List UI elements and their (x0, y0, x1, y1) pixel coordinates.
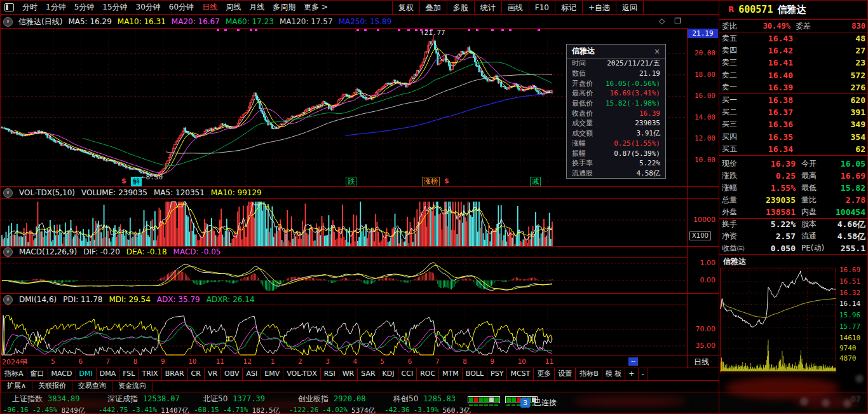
index-name: 北证50 (203, 394, 227, 404)
indicator-tab[interactable]: - (639, 368, 648, 380)
indicator-tab[interactable]: BRAR (162, 368, 188, 380)
toolbar-button[interactable]: 画线 (501, 1, 529, 14)
indicator-tab[interactable]: 窗口 (27, 368, 48, 380)
period-tab[interactable]: 60分钟 (169, 2, 194, 13)
index-change: -42.36 (384, 406, 410, 414)
bottom-tab[interactable]: 交易查询 (72, 381, 112, 392)
macd-chart[interactable] (1, 258, 687, 294)
intraday-mini-chart[interactable] (720, 268, 836, 373)
bottom-tab[interactable]: 扩展∧ (1, 381, 32, 392)
indicator-tab[interactable]: 设置 (555, 368, 576, 380)
tooltip-value: 15.82(-1.98%) (606, 99, 660, 107)
indicator-value: VOL-TDX(5,10) (19, 188, 75, 197)
indicator-tab[interactable]: FSL (119, 368, 139, 380)
mini-axis-label: 16.14 (839, 300, 860, 308)
indicator-tab[interactable]: ASI (243, 368, 261, 380)
ma-value: MA60: 17.23 (226, 17, 274, 26)
tooltip-label: 最低价 (572, 99, 593, 108)
indicator-tab[interactable]: DMA (97, 368, 120, 380)
indicator-tab[interactable]: MTM (439, 368, 463, 380)
collapse-icon[interactable]: ∨ (3, 188, 13, 198)
collapse-icon[interactable]: ∨ (3, 17, 13, 27)
indicator-tab[interactable]: CCI (398, 368, 417, 380)
diamond-icon[interactable]: ◇ (659, 17, 665, 25)
indicator-tab[interactable]: VOL-TDX (283, 368, 321, 380)
index-line1: 科创501285.83 (384, 394, 480, 404)
indicator-tab[interactable]: RSI (321, 368, 339, 380)
detail-label: 涨幅 (722, 183, 751, 193)
toolbar-button[interactable]: 统计 (474, 1, 501, 14)
orderbook-price: 16.37 (747, 107, 793, 117)
period-tab[interactable]: 日线 (202, 2, 217, 13)
toolbar-button[interactable]: 复权 (392, 1, 419, 14)
indicator-tab[interactable]: OBV (221, 368, 243, 380)
indicator-tab[interactable]: WR (339, 368, 358, 380)
detail-label: 现价 (722, 158, 751, 169)
period-tab[interactable]: 月线 (249, 2, 264, 13)
mini-axis-label: 14610 (839, 334, 860, 342)
period-tab[interactable]: 更多 > (304, 2, 328, 13)
tooltip-close-icon[interactable]: × (654, 47, 660, 56)
indicator-tab[interactable]: ROC (417, 368, 439, 380)
latest-price-tag: 21.19 (688, 29, 718, 38)
connection-badge[interactable]: 3 (520, 398, 530, 408)
toolbar-button[interactable]: 返回 (616, 1, 644, 14)
detail-value: 5.22% (751, 219, 796, 229)
orderbook-price: 16.42 (747, 46, 793, 55)
dmi-chart[interactable] (1, 305, 687, 356)
kline-chart[interactable]: ↑21.77 ←8.30 信雅达 × 时间2025/11/21/五数值21.19… (1, 29, 687, 185)
panel-layout-icon[interactable]: ❐ (674, 17, 681, 25)
tooltip-row: 涨幅0.25(1.55%) (567, 139, 665, 149)
indicator-tab[interactable]: 模 板 (602, 368, 626, 380)
indicator-tab[interactable]: 指标A (1, 368, 27, 380)
toolbar-button[interactable]: +自选 (582, 1, 616, 14)
period-tab[interactable]: 15分钟 (102, 2, 127, 13)
period-tab[interactable]: 30分钟 (136, 2, 161, 13)
indicator-value: MA10: 99129 (211, 188, 262, 197)
heat-cell (506, 397, 511, 402)
indicator-tab[interactable]: TRIX (139, 368, 161, 380)
window-icon[interactable] (4, 3, 14, 11)
month-label: 2 (298, 357, 302, 366)
scroll-marker[interactable]: -- (628, 357, 638, 366)
indicator-tab[interactable]: EMV (261, 368, 283, 380)
event-badge: 减 (530, 177, 541, 186)
period-tab[interactable]: 5分钟 (74, 2, 95, 13)
period-tab[interactable]: 分时 (22, 2, 37, 13)
indicator-tab[interactable]: 更多 (534, 368, 555, 380)
watermark-smudge (248, 401, 337, 409)
indicator-tab[interactable]: MCST (507, 368, 534, 380)
bottom-tab[interactable]: 关联报价 (32, 381, 72, 392)
period-tabs: 分时1分钟5分钟15分钟30分钟60分钟日线周线月线多周期更多 > (22, 2, 328, 13)
period-tab[interactable]: 1分钟 (46, 2, 66, 13)
collapse-icon[interactable]: ∨ (3, 247, 13, 257)
indicator-tab[interactable]: PSY (487, 368, 507, 380)
period-tab[interactable]: 周线 (226, 2, 241, 13)
toolbar-button[interactable]: 标记 (555, 1, 582, 14)
watermark-icon (822, 399, 830, 407)
month-label: 10 (188, 357, 196, 366)
indicator-tab[interactable]: SAR (358, 368, 379, 380)
collapse-icon[interactable]: ∨ (3, 295, 13, 305)
orderbook-price: 16.39 (747, 83, 793, 92)
indicator-tab[interactable]: CR (188, 368, 205, 380)
indicator-tab[interactable]: 指标B (576, 368, 602, 380)
indicator-tab[interactable]: BOLL (463, 368, 487, 380)
toolbar-button[interactable]: 多股 (447, 1, 474, 14)
orderbook-price: 16.34 (747, 144, 793, 154)
period-tab[interactable]: 多周期 (273, 2, 295, 13)
index-quote[interactable]: 科创501285.83-42.36-3.19%560.3亿 (384, 394, 480, 414)
toolbar-button[interactable]: 叠加 (419, 1, 447, 14)
indicator-tab[interactable]: KDJ (379, 368, 398, 380)
indicator-tab[interactable]: DMI (76, 368, 97, 380)
indicator-tab[interactable]: + (625, 368, 638, 380)
volume-chart[interactable] (1, 199, 687, 246)
indicator-tab[interactable]: MACD (48, 368, 76, 380)
event-badge: $ (121, 177, 126, 185)
orderbook-price: 16.41 (747, 58, 793, 67)
toolbar-button[interactable]: F10 (529, 1, 555, 14)
bottom-tab[interactable]: 资金流向 (112, 381, 153, 392)
chart-title: 信雅达(日线) (18, 17, 62, 27)
indicator-tab[interactable]: VR (205, 368, 221, 380)
heat-dash (479, 404, 483, 406)
